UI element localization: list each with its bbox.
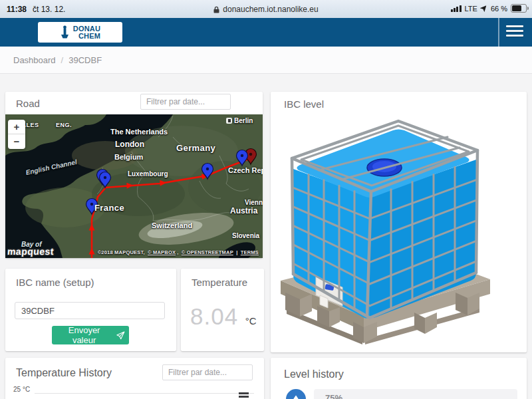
temperature-card: Temperature 8.04 °C (181, 269, 264, 351)
paper-plane-icon (116, 331, 125, 340)
ibc-tote-illustration (279, 118, 518, 344)
breadcrumb-dashboard[interactable]: Dashboard (13, 55, 56, 65)
breadcrumb-separator: / (61, 55, 64, 65)
map-label-czech-republic: Czech Republic (228, 166, 263, 174)
map-label-austria: Austria (230, 206, 257, 215)
map-label-luxembourg: Luxembourg (128, 170, 168, 178)
map-label-netherlands: The Netherlands (110, 128, 168, 136)
status-right: LTE 66 % (451, 4, 527, 13)
map-label-london: London (115, 140, 144, 149)
berlin-landmark-icon (226, 118, 232, 124)
ibc-level-title: IBC level (284, 98, 324, 110)
attribution-osm-link[interactable]: © OPENSTREETMAP (182, 249, 233, 255)
road-card-title: Road (16, 98, 40, 109)
y-axis-tick-label: 25 °C (13, 386, 30, 393)
ibc-name-title: IBC name (setup) (16, 277, 94, 288)
level-entry-avatar (286, 389, 306, 399)
temperature-unit: °C (245, 315, 257, 327)
donauchem-logo-icon (60, 25, 70, 39)
location-arrow-icon (479, 3, 489, 13)
send-value-label: Envoyer valeur (56, 325, 112, 345)
temperature-history-title: Temperature History (16, 367, 112, 379)
logo-text: DONAU CHEM (73, 25, 100, 39)
map-label-belgium: Belgium (114, 153, 143, 161)
road-card: Road (5, 92, 263, 258)
header-divider (498, 18, 499, 47)
map-zoom-control: + − (8, 120, 25, 149)
attribution-mapbox-link[interactable]: © MAPBOX (148, 249, 176, 255)
battery-percent: 66 % (491, 5, 507, 13)
map-label-slovenia: Slovenia (232, 232, 259, 239)
level-entry-value: 75% (325, 393, 342, 399)
zoom-in-button[interactable]: + (8, 120, 25, 134)
status-bar: 11:38 čt 13. 12. donauchem.iot.nanolike.… (0, 0, 532, 19)
droplet-icon (291, 394, 301, 399)
mapquest-logo[interactable]: mapquest (7, 246, 54, 257)
network-label: LTE (465, 5, 477, 13)
chart-gridline (35, 393, 254, 394)
map-label-vienna: Vienna (245, 199, 263, 206)
road-map[interactable]: WALES ENG. London English Channel The Ne… (5, 114, 263, 258)
temperature-value: 8.04 °C (190, 303, 257, 330)
map-label-eng: ENG. (56, 122, 72, 128)
temperature-history-card: Temperature History 25 °C (5, 358, 264, 399)
send-value-button[interactable]: Envoyer valeur (52, 326, 129, 344)
level-history-card: Level history 75% (271, 358, 527, 399)
breadcrumb: Dashboard / 39CDBF (0, 47, 532, 74)
zoom-out-button[interactable]: − (8, 134, 25, 148)
attribution-terms-link[interactable]: TERMS (241, 249, 259, 255)
donauchem-logo[interactable]: DONAU CHEM (38, 22, 122, 43)
map-label-france: France (94, 203, 124, 213)
ibc-level-card: IBC level (271, 92, 527, 352)
map-label-berlin: Berlin (226, 117, 253, 124)
ibc-name-input[interactable] (15, 302, 165, 319)
level-history-title: Level history (284, 368, 344, 380)
map-route-layer (5, 114, 263, 258)
level-entry-row[interactable] (314, 389, 517, 399)
map-marker[interactable] (100, 172, 111, 188)
ibc-name-card: IBC name (setup) Envoyer valeur (5, 269, 176, 351)
breadcrumb-current: 39CDBF (68, 55, 102, 65)
menu-button[interactable] (506, 25, 523, 39)
ipad-safari-screen: 11:38 čt 13. 12. donauchem.iot.nanolike.… (0, 0, 532, 399)
attribution-mapquest: ©2018 MAPQUEST, (98, 249, 145, 255)
road-date-filter-input[interactable] (140, 94, 231, 110)
signal-icon (451, 5, 462, 12)
chart-context-menu-button[interactable] (239, 392, 249, 399)
app-header: DONAU CHEM (0, 18, 532, 47)
lock-icon (213, 6, 219, 13)
temperature-history-date-filter-input[interactable] (162, 364, 253, 380)
temperature-title: Temperature (192, 277, 247, 288)
map-attribution: ©2018 MAPQUEST, © MAPBOX, © OPENSTREETMA… (97, 249, 259, 255)
map-label-switzerland: Switzerland (152, 221, 192, 229)
url-text: donauchem.iot.nanolike.eu (223, 5, 318, 14)
map-label-germany: Germany (176, 143, 215, 153)
battery-icon (511, 4, 527, 13)
